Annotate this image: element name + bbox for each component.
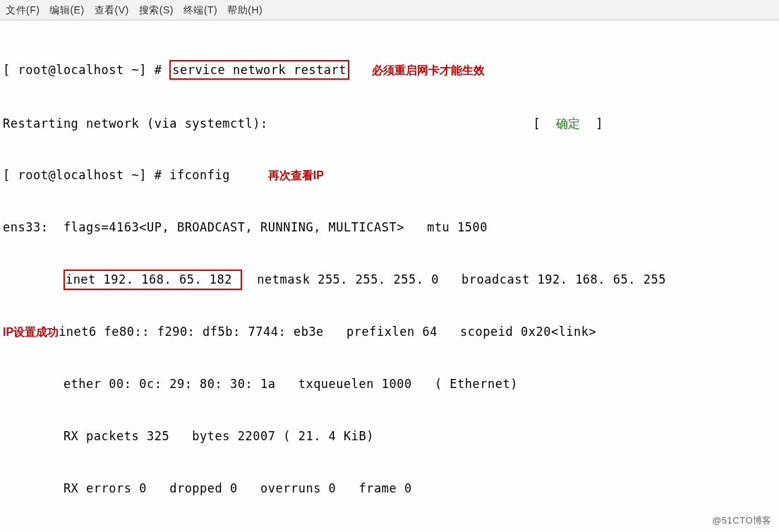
line-ens33-ether: ether 00: 0c: 29: 80: 30: 1a txqueuelen … <box>3 375 776 393</box>
highlight-inet-addr: inet 192. 168. 65. 182 <box>64 270 242 290</box>
line-restart: Restarting network (via systemctl): [ 确定… <box>3 115 776 133</box>
line-cmd1: [ root@localhost ~] # service network re… <box>3 60 776 80</box>
terminal-output[interactable]: [ root@localhost ~] # service network re… <box>0 20 779 532</box>
menu-edit[interactable]: 编辑(E) <box>49 3 84 17</box>
menu-terminal[interactable]: 终端(T) <box>183 3 217 17</box>
annotation-check-ip: 再次查看IP <box>268 169 324 181</box>
highlight-service-restart: service network restart <box>169 60 349 80</box>
menu-help[interactable]: 帮助(H) <box>227 3 262 17</box>
line-ens33-inet6: IP设置成功inet6 fe80:: f290: df5b: 7744: eb3… <box>3 323 776 341</box>
line-cmd2: [ root@localhost ~] # ifconfig 再次查看IP <box>3 167 776 184</box>
annotation-ip-success: IP设置成功 <box>3 326 59 338</box>
menu-search[interactable]: 搜索(S) <box>139 3 174 17</box>
menu-view[interactable]: 查看(V) <box>95 3 129 17</box>
line-ens33-rxe: RX errors 0 dropped 0 overruns 0 frame 0 <box>3 480 776 497</box>
status-ok: 确定 <box>556 116 581 131</box>
watermark: @51CTO博客 <box>712 514 772 528</box>
annotation-restart-needed: 必须重启网卡才能生效 <box>372 64 485 76</box>
line-ens33-hdr: ens33: flags=4163<UP, BROADCAST, RUNNING… <box>3 219 776 236</box>
line-ens33-rxp: RX packets 325 bytes 22007 ( 21. 4 KiB) <box>3 428 776 445</box>
menubar: 文件(F) 编辑(E) 查看(V) 搜索(S) 终端(T) 帮助(H) <box>0 0 779 20</box>
menu-file[interactable]: 文件(F) <box>6 3 40 17</box>
line-ens33-inet: inet 192. 168. 65. 182 netmask 255. 255.… <box>3 271 776 289</box>
